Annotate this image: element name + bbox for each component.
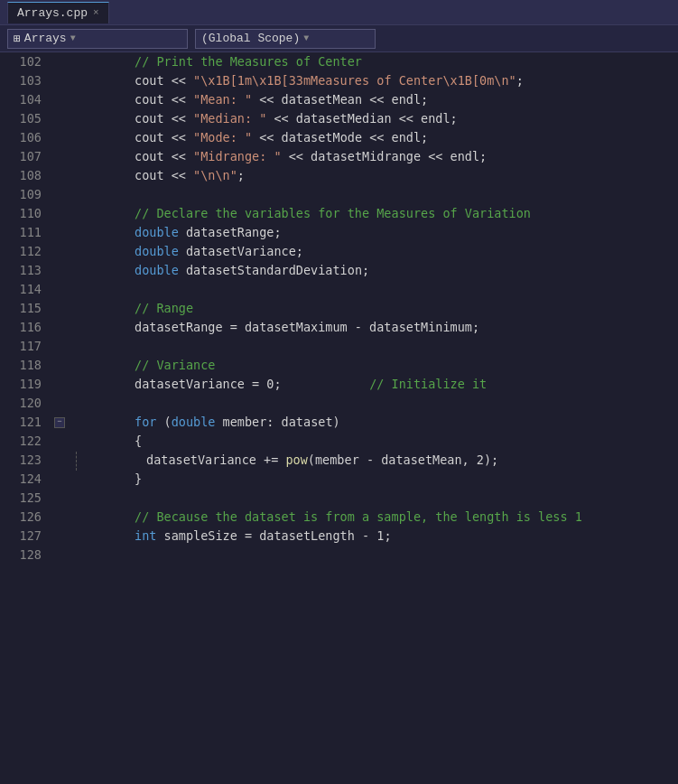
line-number: 123 (0, 451, 51, 470)
file-tab[interactable]: Arrays.cpp × (7, 2, 109, 23)
line-number: 128 (0, 546, 51, 565)
code-line (76, 185, 678, 204)
line-number: 113 (0, 261, 51, 280)
code-line: int sampleSize = datasetLength - 1; (76, 527, 678, 546)
line-number: 115 (0, 299, 51, 318)
line-number: 127 (0, 527, 51, 546)
file-dropdown[interactable]: ⊞ Arrays ▼ (7, 29, 188, 49)
file-tab-label: Arrays.cpp (17, 6, 88, 20)
line-number: 106 (0, 128, 51, 147)
line-number: 116 (0, 318, 51, 337)
code-line: { (76, 432, 678, 451)
line-number: 117 (0, 337, 51, 356)
code-line (76, 337, 678, 356)
line-number: 126 (0, 508, 51, 527)
indent-line (76, 452, 77, 471)
scope-dropdown-arrow: ▼ (303, 33, 309, 43)
line-number: 105 (0, 109, 51, 128)
line-number: 124 (0, 470, 51, 489)
code-line (76, 394, 678, 413)
code-line: cout << "Median: " << datasetMedian << e… (76, 109, 678, 128)
line-number: 109 (0, 185, 51, 204)
line-number: 122 (0, 432, 51, 451)
line-number: 114 (0, 280, 51, 299)
line-number: 110 (0, 204, 51, 223)
line-number: 103 (0, 71, 51, 90)
tab-close-button[interactable]: × (93, 7, 99, 18)
code-line: // Print the Measures of Center (76, 52, 678, 71)
file-dropdown-icon: ⊞ (14, 32, 21, 46)
code-line (76, 280, 678, 299)
line-number: 111 (0, 223, 51, 242)
line-number: 112 (0, 242, 51, 261)
collapse-gutter: − (51, 52, 69, 784)
code-line: cout << "Midrange: " << datasetMidrange … (76, 147, 678, 166)
code-line: cout << "\n\n"; (76, 166, 678, 185)
code-line (76, 489, 678, 508)
code-line: datasetVariance += pow(member - datasetM… (76, 451, 678, 470)
code-line: double datasetStandardDeviation; (76, 261, 678, 280)
code-line: // Declare the variables for the Measure… (76, 204, 678, 223)
line-number: 120 (0, 394, 51, 413)
code-line: cout << "Mode: " << datasetMode << endl; (76, 128, 678, 147)
code-line: // Variance (76, 356, 678, 375)
line-number: 104 (0, 90, 51, 109)
editor: 1021031041051061071081091101111121131141… (0, 52, 678, 784)
line-number: 107 (0, 147, 51, 166)
code-line: double datasetRange; (76, 223, 678, 242)
scope-dropdown[interactable]: (Global Scope) ▼ (195, 29, 376, 49)
code-line: datasetVariance = 0; // Initialize it (76, 375, 678, 394)
collapse-button[interactable]: − (54, 417, 65, 428)
code-line: for (double member: dataset) (76, 413, 678, 432)
file-dropdown-label: Arrays (24, 32, 67, 45)
code-line: cout << "Mean: " << datasetMean << endl; (76, 90, 678, 109)
code-line: datasetRange = datasetMaximum - datasetM… (76, 318, 678, 337)
code-area: // Print the Measures of Center cout << … (69, 52, 678, 784)
line-number: 119 (0, 375, 51, 394)
line-number: 108 (0, 166, 51, 185)
line-numbers: 1021031041051061071081091101111121131141… (0, 52, 51, 784)
code-line: // Range (76, 299, 678, 318)
file-dropdown-arrow: ▼ (70, 33, 76, 43)
line-number: 125 (0, 489, 51, 508)
toolbar: ⊞ Arrays ▼ (Global Scope) ▼ (0, 25, 678, 52)
title-bar: Arrays.cpp × (0, 0, 678, 25)
code-line (76, 546, 678, 565)
code-line: cout << "\x1B[1m\x1B[33mMeasures of Cent… (76, 71, 678, 90)
line-number: 102 (0, 52, 51, 71)
code-line: // Because the dataset is from a sample,… (76, 508, 678, 527)
code-line: } (76, 470, 678, 489)
code-line: double datasetVariance; (76, 242, 678, 261)
scope-dropdown-label: (Global Scope) (201, 32, 300, 45)
line-number: 118 (0, 356, 51, 375)
line-number: 121 (0, 413, 51, 432)
